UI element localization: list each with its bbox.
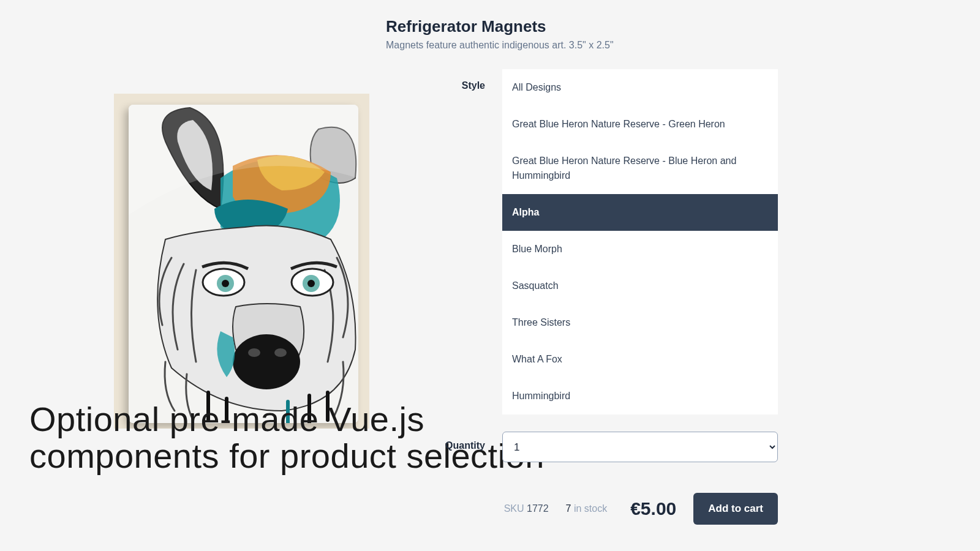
stock-count: 7 (566, 503, 571, 514)
style-option[interactable]: Great Blue Heron Nature Reserve - Blue H… (502, 143, 778, 194)
sku-value: 1772 (527, 503, 549, 514)
svg-point-6 (307, 280, 315, 287)
purchase-bar: SKU 1772 7 in stock €5.00 Add to cart (386, 493, 778, 525)
caption-line-1: Optional pre-made Vue.js (29, 400, 424, 438)
svg-point-9 (274, 348, 287, 357)
style-option[interactable]: Hummingbird (502, 378, 778, 414)
stock-block: 7 in stock (566, 503, 608, 514)
style-option[interactable]: All Designs (502, 69, 778, 106)
style-label: Style (386, 69, 502, 414)
style-option-list: All DesignsGreat Blue Heron Nature Reser… (502, 69, 778, 414)
sku-block: SKU 1772 (504, 503, 549, 514)
stock-suffix: in stock (574, 503, 607, 514)
svg-point-8 (248, 348, 260, 357)
product-image (114, 94, 369, 429)
add-to-cart-button[interactable]: Add to cart (693, 493, 778, 525)
product-panel: Refrigerator Magnets Magnets feature aut… (386, 17, 778, 525)
quantity-row: Quantity 1 (386, 432, 778, 462)
style-option[interactable]: What A Fox (502, 341, 778, 378)
style-option[interactable]: Sasquatch (502, 268, 778, 304)
style-option[interactable]: Three Sisters (502, 304, 778, 341)
quantity-select[interactable]: 1 (502, 432, 778, 462)
style-row: Style All DesignsGreat Blue Heron Nature… (386, 69, 778, 414)
price: €5.00 (630, 498, 676, 519)
svg-point-5 (222, 280, 229, 287)
style-option[interactable]: Great Blue Heron Nature Reserve - Green … (502, 106, 778, 143)
magnet-artwork (129, 105, 358, 423)
style-option[interactable]: Alpha (502, 194, 778, 231)
product-subtitle: Magnets feature authentic indigenous art… (386, 40, 778, 51)
product-title: Refrigerator Magnets (386, 17, 778, 36)
style-option[interactable]: Blue Morph (502, 231, 778, 268)
svg-point-7 (233, 334, 300, 389)
quantity-label: Quantity (386, 432, 502, 462)
sku-label: SKU (504, 503, 524, 514)
